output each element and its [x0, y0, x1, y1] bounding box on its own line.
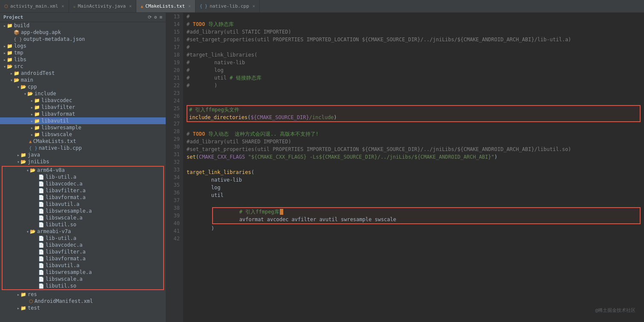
tree-item-libavcodec-a-armeabi[interactable]: 📄 libavcodec.a [3, 242, 163, 248]
chevron-right-icon-libswresample: ▸ [31, 125, 33, 130]
ln-23: 23 [170, 89, 180, 97]
file-icon-libavcodec-a-armeabi: 📄 [38, 242, 44, 248]
tree-item-res[interactable]: ▸ 📁 res [0, 291, 166, 298]
tree-label-libavutil-a-armeabi: libavutil.a [46, 262, 79, 268]
filter-icon[interactable]: ⚙ [154, 14, 157, 20]
tree-item-java[interactable]: ▸ 📁 java [0, 151, 166, 158]
ln-14: 14 [170, 20, 180, 28]
tree-item-libutil-so-armeabi[interactable]: 📄 libutil.so [3, 282, 163, 289]
folder-icon-libavcodec: 📁 [34, 98, 40, 103]
ln-15: 15 [170, 28, 180, 36]
watermark: @稀土掘金技术社区 [595, 307, 635, 313]
tree-item-libs[interactable]: ▸ 📁 libs [0, 56, 166, 63]
tree-item-libavcodec[interactable]: ▸ 📁 libavcodec [0, 97, 166, 104]
tree-label-libavcodec-a-armeabi: libavcodec.a [46, 242, 83, 248]
code-line-13: # [187, 13, 641, 20]
code-line-42 [187, 240, 641, 248]
tree-item-libavfilter-a-arm64[interactable]: 📄 libavfilter.a [3, 187, 163, 194]
tree-item-cpp[interactable]: ▾ 📂 cpp [0, 83, 166, 90]
tree-item-libavfilter-a-armeabi[interactable]: 📄 libavfilter.a [3, 248, 163, 255]
tab-close-cmake[interactable]: × [188, 4, 191, 9]
tree-item-src[interactable]: ▾ 📂 src [0, 63, 166, 70]
code-line-24 [187, 97, 641, 105]
file-icon-cmake-tree: ▲ [29, 139, 32, 144]
file-icon-libavutil-a-arm64: 📄 [38, 202, 44, 207]
sync-icon[interactable]: ⟳ [148, 14, 152, 20]
tab-close-xml[interactable]: × [62, 4, 64, 9]
tree-item-libswscale-a-armeabi[interactable]: 📄 libswscale.a [3, 276, 163, 282]
tab-close-java[interactable]: × [129, 4, 132, 9]
tab-label-cmake: CMakeLists.txt [145, 3, 185, 9]
code-paren-33: ( [251, 168, 254, 176]
tree-item-logs[interactable]: ▸ 📁 logs [0, 43, 166, 49]
tree-item-tmp[interactable]: ▸ 📁 tmp [0, 49, 166, 56]
ln-21: 21 [170, 74, 180, 82]
tree-item-libavformat[interactable]: ▸ 📁 libavformat [0, 111, 166, 117]
code-lines-content[interactable]: # # TODO 导入静态库 #add_library(util STATIC … [183, 13, 644, 322]
tab-native-lib-cpp[interactable]: { } native-lib.cpp × [196, 0, 260, 12]
tree-item-libavformat-a-armeabi[interactable]: 📄 libavformat.a [3, 255, 163, 262]
code-disabled-21: # util [187, 74, 230, 82]
chevron-down-icon-jnilibs: ▾ [17, 160, 20, 164]
code-hash-28: # [187, 130, 193, 138]
tree-item-lib-util-a-armeabi[interactable]: 📄 lib-util.a [3, 235, 163, 242]
code-line-27 [187, 123, 641, 130]
chevron-right-icon-test: ▸ [17, 306, 20, 311]
settings-icon[interactable]: ≡ [159, 14, 162, 20]
tab-close-cpp[interactable]: × [253, 4, 255, 9]
tree-item-libswresample-a-armeabi[interactable]: 📄 libswresample.a [3, 269, 163, 276]
file-icon-libswscale-a-armeabi: 📄 [38, 276, 44, 282]
code-lib-35: log [211, 184, 221, 191]
tree-item-libavfilter[interactable]: ▸ 📁 libavfilter [0, 104, 166, 111]
project-sidebar[interactable]: Project ⟳ ⚙ ≡ ▸ 📁 build 📦 app-debug.apk [0, 13, 166, 322]
tree-item-libavutil[interactable]: ▸ 📁 libavutil [0, 117, 166, 124]
tab-mainactivity-java[interactable]: ☕ MainActivity.java × [69, 0, 137, 12]
tree-label-tmp: tmp [14, 50, 23, 56]
folder-icon-armeabi: 📂 [30, 229, 36, 234]
tree-item-libutil-so-arm64[interactable]: 📄 libutil.so [3, 221, 163, 228]
tree-label-androidmanifest: AndroidManifest.xml [34, 298, 93, 304]
tree-item-build[interactable]: ▸ 📁 build [0, 22, 166, 29]
code-line-30: #set_target_properties(util PROPERTIES I… [187, 145, 641, 153]
file-icon-libavformat-a-armeabi: 📄 [38, 256, 44, 262]
tree-label-armeabi: armeabi-v7a [37, 228, 71, 234]
tree-item-jnilibs[interactable]: ▾ 📂 jniLibs [0, 158, 166, 165]
tree-item-armeabi-v7a[interactable]: ▾ 📂 armeabi-v7a [3, 228, 163, 235]
code-space-31 [245, 153, 248, 161]
tree-item-app-debug-apk[interactable]: 📦 app-debug.apk [0, 29, 166, 36]
tree-item-output-metadata[interactable]: { } output-metadata.json [0, 36, 166, 43]
code-line-23 [187, 89, 641, 97]
tree-item-libavcodec-a-arm64[interactable]: 📄 libavcodec.a [3, 180, 163, 187]
tree-item-androidtest[interactable]: ▸ 📁 androidTest [0, 70, 166, 77]
tree-item-libswscale[interactable]: ▸ 📁 libswscale [0, 131, 166, 138]
tree-item-libswscale-a-arm64[interactable]: 📄 libswscale.a [3, 214, 163, 221]
file-icon-cpp-tree: { } [29, 145, 37, 151]
tree-item-arm64-v8a[interactable]: ▾ 📂 arm64-v8a [3, 167, 163, 174]
chevron-right-icon-java: ▸ [17, 153, 20, 157]
file-icon-manifest: ⬡ [29, 299, 33, 304]
tree-item-libswresample-a-arm64[interactable]: 📄 libswresample.a [3, 208, 163, 214]
tree-item-libswresample[interactable]: ▸ 📁 libswresample [0, 124, 166, 131]
tree-item-test[interactable]: ▸ 📁 test [0, 305, 166, 311]
tree-item-libavutil-a-armeabi[interactable]: 📄 libavutil.a [3, 262, 163, 269]
ln-37: 37 [170, 197, 180, 204]
code-line-41 [187, 232, 641, 240]
red-box-jnilibs: ▾ 📂 arm64-v8a 📄 lib-util.a 📄 libavcodec.… [2, 166, 164, 290]
sidebar-header-icons: ⟳ ⚙ ≡ [148, 14, 162, 20]
tree-item-include[interactable]: ▾ 📂 include [0, 90, 166, 97]
tree-item-main[interactable]: ▾ 📂 main [0, 77, 166, 83]
tab-activity-main-xml[interactable]: ⬡ activity_main.xml × [0, 0, 69, 12]
tree-item-libavformat-a-arm64[interactable]: 📄 libavformat.a [3, 194, 163, 201]
file-icon-json: { } [14, 37, 22, 42]
folder-icon-include: 📂 [27, 91, 33, 97]
tree-item-cmakelists[interactable]: ▲ CMakeLists.txt [0, 138, 166, 145]
tree-item-libavutil-a-arm64[interactable]: 📄 libavutil.a [3, 201, 163, 208]
code-comment-13: # [187, 13, 190, 20]
sidebar-title: Project [3, 14, 23, 20]
tab-cmakelists-txt[interactable]: ▲ CMakeLists.txt × [136, 0, 196, 12]
tree-label-libutil-arm64: lib-util.a [46, 174, 76, 180]
tree-item-lib-util-a-arm64[interactable]: 📄 lib-util.a [3, 174, 163, 180]
tree-item-nativelib-cpp[interactable]: { } native-lib.cpp [0, 145, 166, 151]
code-editor[interactable]: 13 14 15 16 17 18 19 20 21 22 23 24 25 2… [166, 13, 644, 322]
tree-item-androidmanifest[interactable]: ⬡ AndroidManifest.xml [0, 298, 166, 305]
